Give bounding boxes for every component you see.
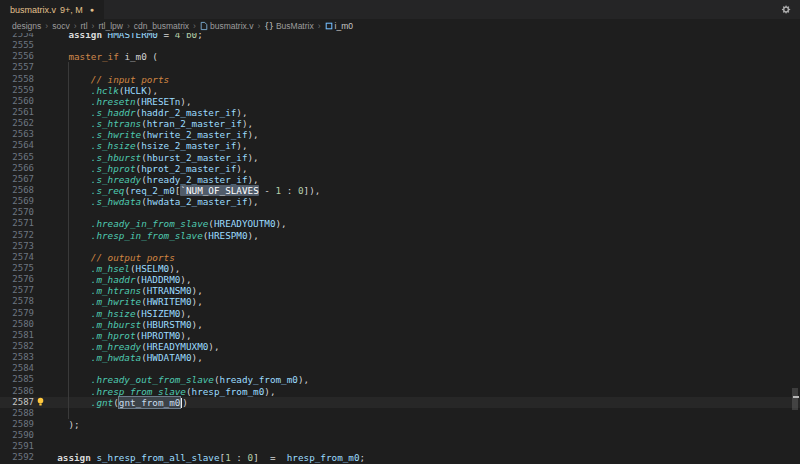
code-line-2587[interactable]: 2587 .gnt(gnt_from_m0) xyxy=(0,397,800,408)
code-line-2574[interactable]: 2574 // output ports xyxy=(0,252,800,263)
breadcrumb-label: socv xyxy=(52,21,69,31)
line-number[interactable]: 2583 xyxy=(0,352,34,363)
code-line-2577[interactable]: 2577 .m_htrans(HTRANSM0), xyxy=(0,285,800,296)
line-number[interactable]: 2571 xyxy=(0,218,34,229)
code-content: .s_hwrite(hwrite_2_master_if), xyxy=(34,129,800,140)
breadcrumb-item-socv[interactable]: socv xyxy=(52,21,69,31)
code-line-2576[interactable]: 2576 .m_haddr(HADDRM0), xyxy=(0,274,800,285)
line-number[interactable]: 2592 xyxy=(0,452,34,463)
code-line-2573[interactable]: 2573 xyxy=(0,241,800,252)
line-number[interactable]: 2582 xyxy=(0,341,34,352)
line-number[interactable]: 2575 xyxy=(0,263,34,274)
code-line-2578[interactable]: 2578 .m_hwrite(HWRITEM0), xyxy=(0,296,800,307)
code-line-2582[interactable]: 2582 .m_hready(HREADYMUXM0), xyxy=(0,341,800,352)
line-number[interactable]: 2568 xyxy=(0,185,34,196)
line-number[interactable]: 2591 xyxy=(0,441,34,452)
line-number[interactable]: 2554 xyxy=(0,33,34,40)
code-line-2591[interactable]: 2591 xyxy=(0,441,800,452)
line-number[interactable]: 2563 xyxy=(0,129,34,140)
line-number[interactable]: 2564 xyxy=(0,140,34,151)
line-number[interactable]: 2579 xyxy=(0,308,34,319)
code-line-2586[interactable]: 2586 .hresp_from_slave(hresp_from_m0), xyxy=(0,386,800,397)
breadcrumb-item-cdn_busmatrix[interactable]: cdn_busmatrix xyxy=(134,21,189,31)
code-line-2563[interactable]: 2563 .s_hwrite(hwrite_2_master_if), xyxy=(0,129,800,140)
line-number[interactable]: 2570 xyxy=(0,207,34,218)
line-number[interactable]: 2560 xyxy=(0,96,34,107)
lightbulb-icon[interactable] xyxy=(36,397,45,407)
line-number[interactable]: 2573 xyxy=(0,241,34,252)
line-number[interactable]: 2578 xyxy=(0,296,34,307)
code-line-2589[interactable]: 2589 ); xyxy=(0,419,800,430)
code-editor[interactable]: 2554 assign HMASTERM0 = 4'b0;25552556 ma… xyxy=(0,33,800,464)
breadcrumb-item-rtl_lpw[interactable]: rtl_lpw xyxy=(98,21,123,31)
line-number[interactable]: 2576 xyxy=(0,274,34,285)
breadcrumb-item-designs[interactable]: designs xyxy=(12,21,41,31)
code-line-2568[interactable]: 2568 .s_req(req_2_m0[`NUM_OF_SLAVES - 1 … xyxy=(0,185,800,196)
tab-dirty-indicator[interactable]: ● xyxy=(90,6,94,13)
line-number[interactable]: 2567 xyxy=(0,174,34,185)
breadcrumb-item-i_m0[interactable]: i_m0 xyxy=(325,21,353,31)
line-number[interactable]: 2562 xyxy=(0,118,34,129)
line-number[interactable]: 2588 xyxy=(0,408,34,419)
code-line-2570[interactable]: 2570 xyxy=(0,207,800,218)
line-number[interactable]: 2569 xyxy=(0,196,34,207)
line-number[interactable]: 2587 xyxy=(0,397,34,408)
line-number[interactable]: 2572 xyxy=(0,230,34,241)
code-line-2571[interactable]: 2571 .hready_in_from_slave(HREADYOUTM0), xyxy=(0,218,800,229)
code-line-2583[interactable]: 2583 .m_hwdata(HWDATAM0), xyxy=(0,352,800,363)
breadcrumb-item-busmatrix.v[interactable]: busmatrix.v xyxy=(200,21,253,31)
code-token: .m_htrans xyxy=(91,285,141,296)
line-number[interactable]: 2561 xyxy=(0,107,34,118)
code-line-2560[interactable]: 2560 .hresetn(HRESETn), xyxy=(0,96,800,107)
code-line-2585[interactable]: 2585 .hready_out_from_slave(hready_from_… xyxy=(0,374,800,385)
code-line-2566[interactable]: 2566 .s_hprot(hprot_2_master_if), xyxy=(0,163,800,174)
code-line-2584[interactable]: 2584 xyxy=(0,363,800,374)
line-number[interactable]: 2566 xyxy=(0,163,34,174)
code-line-2557[interactable]: 2557 xyxy=(0,62,800,73)
code-line-2569[interactable]: 2569 .s_hwdata(hwdata_2_master_if), xyxy=(0,196,800,207)
line-number[interactable]: 2577 xyxy=(0,285,34,296)
code-line-2564[interactable]: 2564 .s_hsize(hsize_2_master_if), xyxy=(0,140,800,151)
line-number[interactable]: 2565 xyxy=(0,152,34,163)
line-number[interactable]: 2581 xyxy=(0,330,34,341)
code-line-2579[interactable]: 2579 .m_hsize(HSIZEM0), xyxy=(0,308,800,319)
line-number[interactable]: 2590 xyxy=(0,430,34,441)
line-number[interactable]: 2558 xyxy=(0,74,34,85)
code-token: ), xyxy=(192,296,203,307)
code-line-2558[interactable]: 2558 // input ports xyxy=(0,74,800,85)
tab-busmatrix[interactable]: busmatrix.v 9+, M ● xyxy=(0,0,104,19)
breadcrumb-item-rtl[interactable]: rtl xyxy=(80,21,87,31)
code-line-2555[interactable]: 2555 xyxy=(0,40,800,51)
line-number[interactable]: 2584 xyxy=(0,363,34,374)
code-line-2592[interactable]: 2592 assign s_hresp_from_all_slave[1 : 0… xyxy=(0,452,800,463)
code-line-2572[interactable]: 2572 .hresp_in_from_slave(HRESPM0), xyxy=(0,230,800,241)
line-number[interactable]: 2559 xyxy=(0,85,34,96)
line-number[interactable]: 2555 xyxy=(0,40,34,51)
line-number[interactable]: 2585 xyxy=(0,374,34,385)
vertical-scrollbar[interactable] xyxy=(790,33,800,464)
line-number[interactable]: 2557 xyxy=(0,62,34,73)
line-number[interactable]: 2580 xyxy=(0,319,34,330)
indent-guide xyxy=(68,408,69,419)
code-line-2565[interactable]: 2565 .s_hburst(hburst_2_master_if), xyxy=(0,152,800,163)
code-token: .hclk xyxy=(91,85,119,96)
code-line-2554[interactable]: 2554 assign HMASTERM0 = 4'b0; xyxy=(0,33,800,40)
breadcrumb-item-BusMatrix[interactable]: {}BusMatrix xyxy=(264,21,313,31)
line-number[interactable]: 2574 xyxy=(0,252,34,263)
code-line-2567[interactable]: 2567 .s_hready(hready_2_master_if), xyxy=(0,174,800,185)
settings-gear-icon[interactable] xyxy=(777,2,793,18)
code-line-2556[interactable]: 2556 master_if i_m0 ( xyxy=(0,51,800,62)
line-number[interactable]: 2589 xyxy=(0,419,34,430)
code-line-2581[interactable]: 2581 .m_hprot(HPROTM0), xyxy=(0,330,800,341)
code-line-2590[interactable]: 2590 xyxy=(0,430,800,441)
code-line-2562[interactable]: 2562 .s_htrans(htran_2_master_if), xyxy=(0,118,800,129)
code-line-2575[interactable]: 2575 .m_hsel(HSELM0), xyxy=(0,263,800,274)
line-number[interactable]: 2556 xyxy=(0,51,34,62)
breadcrumb-label: designs xyxy=(12,21,41,31)
code-line-2580[interactable]: 2580 .m_hburst(HBURSTM0), xyxy=(0,319,800,330)
line-number[interactable]: 2586 xyxy=(0,386,34,397)
code-line-2561[interactable]: 2561 .s_haddr(haddr_2_master_if), xyxy=(0,107,800,118)
code-line-2588[interactable]: 2588 xyxy=(0,408,800,419)
scrollbar-thumb[interactable] xyxy=(792,388,798,410)
code-line-2559[interactable]: 2559 .hclk(HCLK), xyxy=(0,85,800,96)
